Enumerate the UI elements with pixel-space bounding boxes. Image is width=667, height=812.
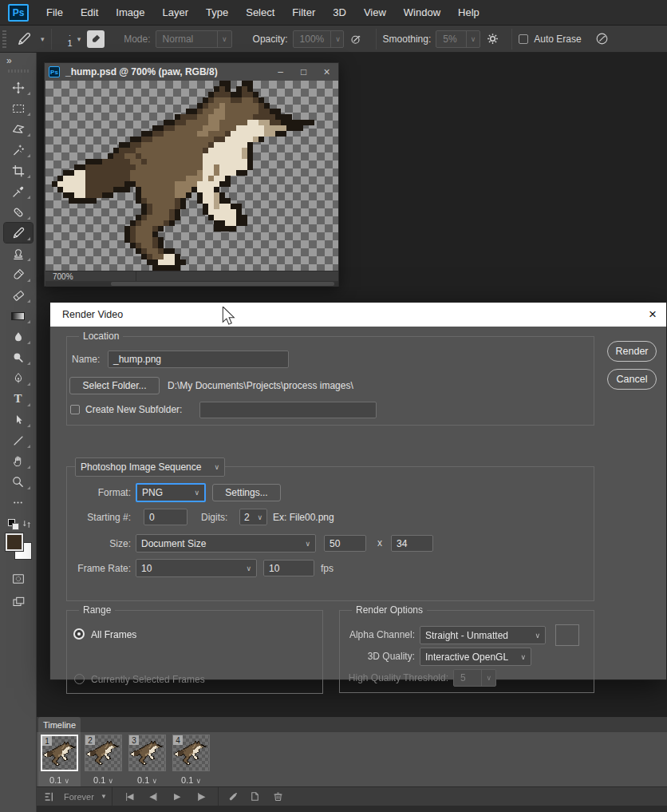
delay-chevron-icon: ∨ <box>64 777 69 785</box>
line-tool[interactable] <box>4 430 33 450</box>
healing-brush-tool[interactable] <box>4 202 33 222</box>
crop-tool[interactable] <box>4 160 33 180</box>
frame-3[interactable]: 3 0.1 ∨ <box>126 732 168 786</box>
pressure-size-icon[interactable] <box>594 31 610 46</box>
eyedropper-tool[interactable] <box>4 181 33 201</box>
frame-rate-dropdown[interactable]: 10∨ <box>136 559 257 577</box>
minimize-button[interactable]: – <box>269 63 292 81</box>
name-field[interactable]: _hump.png <box>108 351 289 368</box>
default-swap-colors[interactable] <box>4 517 33 532</box>
previous-frame-button[interactable]: ◀| <box>141 791 165 802</box>
edit-toolbar-ellipsis[interactable] <box>4 493 33 513</box>
sequence-type-dropdown[interactable]: Photoshop Image Sequence∨ <box>75 457 225 477</box>
format-dropdown[interactable]: PNG∨ <box>136 483 206 502</box>
quick-mask-tool[interactable] <box>4 568 33 588</box>
expand-panel-icon[interactable]: » <box>0 53 36 66</box>
render-button[interactable]: Render <box>607 341 657 362</box>
fps-field[interactable]: 10 <box>263 560 314 576</box>
dialog-close-icon[interactable]: × <box>639 303 666 327</box>
subfolder-field[interactable] <box>199 402 377 418</box>
magic-wand-tool[interactable] <box>4 140 33 160</box>
width-field[interactable]: 50 <box>324 535 366 552</box>
pressure-opacity-icon[interactable] <box>349 32 364 46</box>
all-frames-radio[interactable] <box>73 628 85 640</box>
timeline-tab[interactable]: Timeline <box>38 717 81 732</box>
example-filename: Ex: File00.png <box>273 512 334 523</box>
pencil-tool[interactable] <box>4 223 33 243</box>
close-window-button[interactable]: × <box>315 63 338 81</box>
hand-tool[interactable] <box>4 451 33 471</box>
frame-4[interactable]: 4 0.1 ∨ <box>170 732 212 786</box>
menu-view[interactable]: View <box>355 0 395 26</box>
lasso-icon <box>11 122 26 137</box>
lasso-tool[interactable] <box>4 119 33 139</box>
blur-tool[interactable] <box>4 327 33 347</box>
loop-chevron-icon[interactable]: ▼ <box>101 793 107 800</box>
gear-icon[interactable] <box>486 32 499 46</box>
history-brush-tool[interactable] <box>4 264 33 284</box>
menu-image[interactable]: Image <box>107 0 153 26</box>
brush-panel-toggle-icon[interactable] <box>87 30 105 48</box>
frame-1[interactable]: 1 0.1 ∨ <box>38 732 81 786</box>
settings-button[interactable]: Settings... <box>212 484 281 501</box>
type-tool[interactable]: T <box>4 389 33 409</box>
blur-drop-icon <box>12 331 25 343</box>
delete-frame-trash-icon[interactable] <box>266 790 290 802</box>
move-tool[interactable] <box>4 77 33 97</box>
menu-file[interactable]: File <box>37 0 72 26</box>
preset-chevron-icon[interactable]: ▾ <box>41 35 45 43</box>
screen-mode-tool[interactable] <box>4 592 33 612</box>
canvas-area[interactable] <box>45 81 338 271</box>
auto-erase-checkbox[interactable] <box>519 34 528 44</box>
maximize-button[interactable]: □ <box>292 63 315 81</box>
select-folder-button[interactable]: Select Folder... <box>69 377 160 394</box>
dodge-tool[interactable] <box>4 347 33 367</box>
timeline-bottom-strip[interactable] <box>37 806 667 812</box>
zoom-level[interactable]: 700% <box>45 272 73 281</box>
dialog-titlebar[interactable]: Render Video × <box>50 303 666 327</box>
frame-2[interactable]: 2 0.1 ∨ <box>82 732 124 786</box>
alpha-channel-dropdown[interactable]: Straight - Unmatted∨ <box>420 626 546 644</box>
path-selection-tool[interactable] <box>4 410 33 430</box>
eraser-tool[interactable] <box>4 285 33 305</box>
height-field[interactable]: 34 <box>391 535 433 552</box>
pencil-tool-preset-icon[interactable] <box>16 31 32 47</box>
convert-timeline-icon[interactable] <box>43 790 56 803</box>
menu-edit[interactable]: Edit <box>72 0 107 26</box>
next-frame-button[interactable]: |▶ <box>189 791 213 802</box>
document-titlebar[interactable]: Ps _hump.psd @ 700% (paw, RGB/8) – □ × <box>45 63 338 81</box>
menu-help[interactable]: Help <box>449 0 488 26</box>
render-options-group: Render Options Alpha Channel: Straight -… <box>339 610 594 693</box>
brush-chevron-icon[interactable]: ▾ <box>77 35 81 43</box>
new-frame-button[interactable] <box>244 790 266 802</box>
magic-wand-icon <box>11 143 26 157</box>
create-subfolder-checkbox[interactable] <box>70 405 80 414</box>
marquee-tool[interactable] <box>4 98 33 118</box>
clone-stamp-tool[interactable] <box>4 244 33 263</box>
menu-filter[interactable]: Filter <box>283 0 324 26</box>
menu-layer[interactable]: Layer <box>154 0 198 26</box>
hand-icon <box>11 454 25 468</box>
loop-count-dropdown[interactable]: Forever <box>64 792 94 802</box>
starting-number-field[interactable]: 0 <box>144 509 187 525</box>
digits-dropdown[interactable]: 2∨ <box>239 509 267 525</box>
range-group: Range All Frames Currently Selected Fram… <box>66 610 323 694</box>
zoom-tool[interactable] <box>4 472 33 492</box>
menu-type[interactable]: Type <box>197 0 237 26</box>
menu-3d[interactable]: 3D <box>324 0 355 26</box>
pen-tool[interactable] <box>4 368 33 388</box>
cancel-button[interactable]: Cancel <box>607 369 657 390</box>
horizontal-scrollbar[interactable] <box>45 281 338 287</box>
alpha-color-well[interactable] <box>555 624 579 646</box>
eyedropper-icon <box>11 184 26 199</box>
play-button[interactable]: ▶ <box>165 791 189 802</box>
3d-quality-dropdown[interactable]: Interactive OpenGL∨ <box>420 648 531 666</box>
menu-window[interactable]: Window <box>395 0 449 26</box>
size-dropdown[interactable]: Document Size∨ <box>136 534 316 553</box>
first-frame-button[interactable]: |◀ <box>117 791 141 802</box>
menu-select[interactable]: Select <box>237 0 283 26</box>
foreground-color-swatch[interactable] <box>6 533 23 551</box>
gradient-tool[interactable] <box>4 306 33 326</box>
tween-button[interactable] <box>223 790 244 802</box>
brush-tip-preview[interactable]: ·1 <box>68 31 73 47</box>
